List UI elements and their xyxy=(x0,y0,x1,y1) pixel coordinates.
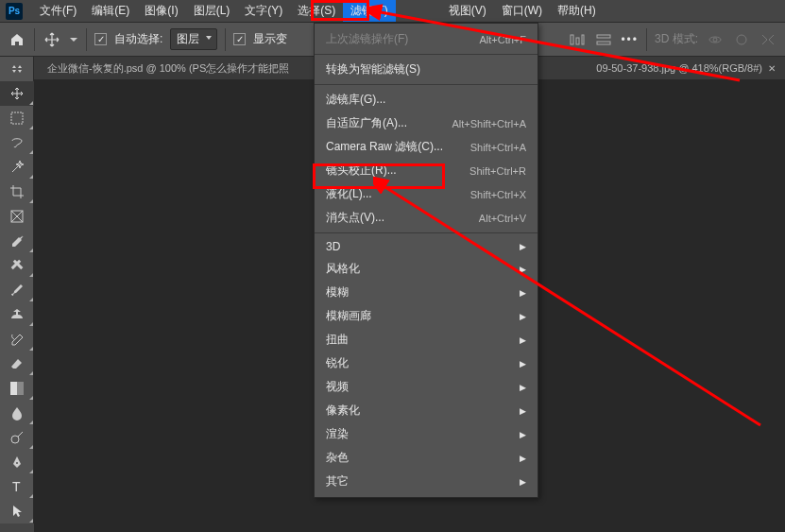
svg-rect-13 xyxy=(10,382,17,395)
tab-document-2[interactable]: 09-50-37-938.jpg @ 418%(RGB/8#) ✕ xyxy=(587,59,785,77)
menubar: Ps 文件(F) 编辑(E) 图像(I) 图层(L) 文字(Y) 选择(S) 滤… xyxy=(0,0,785,23)
dd-video[interactable]: 视频▶ xyxy=(315,375,538,399)
menu-window[interactable]: 窗口(W) xyxy=(494,0,550,22)
filter-dropdown: 上次滤镜操作(F)Alt+Ctrl+F 转换为智能滤镜(S) 滤镜库(G)...… xyxy=(314,23,538,498)
tab-document-1[interactable]: 企业微信-恢复的.psd @ 100% (PS怎么操作才能把照 xyxy=(38,58,299,79)
align-icon-2[interactable] xyxy=(594,30,613,49)
brush-tool[interactable] xyxy=(0,278,34,302)
dd-lens-correction[interactable]: 镜头校正(R)...Shift+Ctrl+R xyxy=(315,159,538,182)
menu-file[interactable]: 文件(F) xyxy=(32,0,84,22)
menu-text[interactable]: 文字(Y) xyxy=(237,0,290,22)
move-tool[interactable] xyxy=(0,81,34,106)
dd-smart-filter[interactable]: 转换为智能滤镜(S) xyxy=(315,58,538,81)
dd-sharpen[interactable]: 锐化▶ xyxy=(315,352,538,375)
move-tool-icon[interactable] xyxy=(43,30,61,49)
tab-title: 09-50-37-938.jpg @ 418%(RGB/8#) xyxy=(596,62,762,74)
layer-select[interactable]: 图层 xyxy=(170,28,217,50)
dd-3d[interactable]: 3D▶ xyxy=(315,236,538,257)
home-icon[interactable] xyxy=(8,30,26,49)
dd-adaptive-wide[interactable]: 自适应广角(A)...Alt+Shift+Ctrl+A xyxy=(315,112,538,135)
menu-image[interactable]: 图像(I) xyxy=(137,0,185,22)
orbit-3d-icon xyxy=(706,30,725,49)
type-tool[interactable]: T xyxy=(0,474,34,499)
marquee-tool[interactable] xyxy=(0,106,34,130)
align-icon-1[interactable] xyxy=(568,30,587,49)
more-icon[interactable]: ••• xyxy=(621,33,639,46)
dd-noise[interactable]: 杂色▶ xyxy=(315,446,538,470)
menu-select[interactable]: 选择(S) xyxy=(290,0,343,22)
slide-3d-icon xyxy=(759,30,777,49)
expand-toolbox-icon[interactable] xyxy=(0,57,34,81)
clone-stamp-tool[interactable] xyxy=(0,302,34,327)
show-transform-checkbox[interactable] xyxy=(233,33,246,45)
dd-liquify[interactable]: 液化(L)...Shift+Ctrl+X xyxy=(315,182,538,206)
menu-view[interactable]: 视图(V) xyxy=(441,0,494,22)
app-logo: Ps xyxy=(6,3,23,20)
svg-rect-3 xyxy=(597,35,610,38)
magic-wand-tool[interactable] xyxy=(0,155,34,180)
svg-rect-2 xyxy=(582,35,584,44)
gradient-tool[interactable] xyxy=(0,376,34,401)
svg-rect-1 xyxy=(576,38,579,44)
dd-blur-gallery[interactable]: 模糊画廊▶ xyxy=(315,304,538,328)
svg-point-6 xyxy=(713,38,717,42)
svg-rect-8 xyxy=(11,112,23,124)
history-brush-tool[interactable] xyxy=(0,327,34,352)
dd-pixelate[interactable]: 像素化▶ xyxy=(315,399,538,422)
svg-point-7 xyxy=(737,35,746,44)
dd-blur[interactable]: 模糊▶ xyxy=(315,281,538,304)
svg-rect-4 xyxy=(597,42,610,44)
tab-title: 企业微信-恢复的.psd @ 100% (PS怎么操作才能把照 xyxy=(47,61,289,76)
tool-panel: T xyxy=(0,57,34,523)
eyedropper-tool[interactable] xyxy=(0,229,34,253)
eraser-tool[interactable] xyxy=(0,352,34,376)
blur-tool[interactable] xyxy=(0,401,34,425)
healing-tool[interactable] xyxy=(0,253,34,278)
svg-text:T: T xyxy=(12,479,21,494)
pen-tool[interactable] xyxy=(0,450,34,474)
menu-edit[interactable]: 编辑(E) xyxy=(84,0,137,22)
dd-vanishing-point[interactable]: 消失点(V)...Alt+Ctrl+V xyxy=(315,206,538,230)
dd-distort[interactable]: 扭曲▶ xyxy=(315,328,538,352)
close-tab-icon[interactable]: ✕ xyxy=(768,63,776,74)
mode-3d-label: 3D 模式: xyxy=(655,31,698,47)
dd-filter-gallery[interactable]: 滤镜库(G)... xyxy=(315,88,538,112)
svg-point-14 xyxy=(11,436,19,443)
pan-3d-icon xyxy=(732,30,751,49)
show-transform-label: 显示变 xyxy=(253,31,287,47)
dodge-tool[interactable] xyxy=(0,425,34,450)
tool-preset-chevron-icon[interactable] xyxy=(69,30,78,49)
dd-other[interactable]: 其它▶ xyxy=(315,470,538,493)
auto-select-label: 自动选择: xyxy=(114,31,162,47)
dd-last-filter[interactable]: 上次滤镜操作(F)Alt+Ctrl+F xyxy=(315,27,538,51)
menu-layer[interactable]: 图层(L) xyxy=(186,0,238,22)
dd-camera-raw[interactable]: Camera Raw 滤镜(C)...Shift+Ctrl+A xyxy=(315,135,538,159)
menu-filter[interactable]: 滤镜(T) xyxy=(343,0,395,22)
dd-render[interactable]: 渲染▶ xyxy=(315,422,538,446)
auto-select-checkbox[interactable] xyxy=(94,33,107,45)
path-selection-tool[interactable] xyxy=(0,499,34,523)
frame-tool[interactable] xyxy=(0,204,34,229)
dd-stylize[interactable]: 风格化▶ xyxy=(315,257,538,281)
crop-tool[interactable] xyxy=(0,180,34,204)
svg-rect-0 xyxy=(571,35,573,44)
lasso-tool[interactable] xyxy=(0,130,34,155)
menu-help[interactable]: 帮助(H) xyxy=(550,0,604,22)
